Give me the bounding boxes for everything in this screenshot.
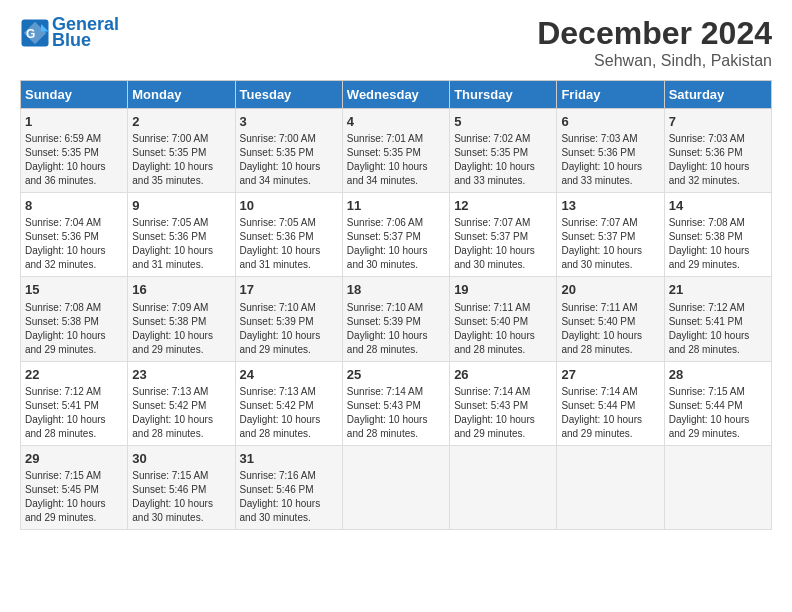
day-info: Daylight: 10 hours [25,497,123,511]
day-info: Sunrise: 7:13 AM [132,385,230,399]
day-number: 21 [669,281,767,299]
day-info: Daylight: 10 hours [240,329,338,343]
day-number: 27 [561,366,659,384]
day-info: Sunrise: 7:12 AM [25,385,123,399]
day-info: Daylight: 10 hours [240,160,338,174]
day-info: and 30 minutes. [240,511,338,525]
day-info: Sunrise: 7:14 AM [454,385,552,399]
day-info: Sunset: 5:42 PM [132,399,230,413]
day-info: Sunset: 5:43 PM [347,399,445,413]
logo-icon: G [20,18,50,48]
calendar-week-1: 1Sunrise: 6:59 AMSunset: 5:35 PMDaylight… [21,109,772,193]
day-info: Sunrise: 7:01 AM [347,132,445,146]
calendar-cell: 30Sunrise: 7:15 AMSunset: 5:46 PMDayligh… [128,445,235,529]
day-info: and 28 minutes. [454,343,552,357]
day-info: Sunset: 5:36 PM [25,230,123,244]
day-info: and 31 minutes. [240,258,338,272]
day-info: and 29 minutes. [454,427,552,441]
day-info: Daylight: 10 hours [25,413,123,427]
day-info: Sunset: 5:44 PM [561,399,659,413]
day-info: Sunset: 5:37 PM [347,230,445,244]
day-number: 23 [132,366,230,384]
day-info: Sunset: 5:38 PM [132,315,230,329]
day-info: and 29 minutes. [669,258,767,272]
day-info: Sunrise: 7:06 AM [347,216,445,230]
day-info: Sunrise: 7:15 AM [669,385,767,399]
day-info: Sunset: 5:41 PM [25,399,123,413]
day-info: Sunrise: 7:11 AM [561,301,659,315]
day-number: 29 [25,450,123,468]
day-info: Sunset: 5:36 PM [132,230,230,244]
calendar-cell: 28Sunrise: 7:15 AMSunset: 5:44 PMDayligh… [664,361,771,445]
day-info: and 32 minutes. [25,258,123,272]
col-header-wednesday: Wednesday [342,81,449,109]
col-header-sunday: Sunday [21,81,128,109]
day-number: 28 [669,366,767,384]
calendar-cell: 13Sunrise: 7:07 AMSunset: 5:37 PMDayligh… [557,193,664,277]
day-info: Sunset: 5:40 PM [454,315,552,329]
calendar-cell: 20Sunrise: 7:11 AMSunset: 5:40 PMDayligh… [557,277,664,361]
day-info: and 29 minutes. [132,343,230,357]
calendar-cell: 1Sunrise: 6:59 AMSunset: 5:35 PMDaylight… [21,109,128,193]
day-info: and 28 minutes. [240,427,338,441]
day-info: and 29 minutes. [669,427,767,441]
calendar-cell: 19Sunrise: 7:11 AMSunset: 5:40 PMDayligh… [450,277,557,361]
day-info: Sunrise: 7:08 AM [669,216,767,230]
day-info: Daylight: 10 hours [454,329,552,343]
day-info: Sunrise: 7:12 AM [669,301,767,315]
day-info: and 33 minutes. [561,174,659,188]
day-number: 1 [25,113,123,131]
calendar-cell: 8Sunrise: 7:04 AMSunset: 5:36 PMDaylight… [21,193,128,277]
day-info: and 29 minutes. [25,511,123,525]
day-info: Daylight: 10 hours [561,413,659,427]
day-info: Sunrise: 7:07 AM [561,216,659,230]
day-info: Sunset: 5:37 PM [454,230,552,244]
day-number: 17 [240,281,338,299]
day-info: Daylight: 10 hours [132,244,230,258]
col-header-monday: Monday [128,81,235,109]
calendar-cell: 17Sunrise: 7:10 AMSunset: 5:39 PMDayligh… [235,277,342,361]
day-info: Sunrise: 6:59 AM [25,132,123,146]
day-info: Sunset: 5:36 PM [669,146,767,160]
calendar-cell: 10Sunrise: 7:05 AMSunset: 5:36 PMDayligh… [235,193,342,277]
day-info: Sunrise: 7:03 AM [669,132,767,146]
title-section: December 2024 Sehwan, Sindh, Pakistan [537,15,772,70]
day-info: Sunrise: 7:08 AM [25,301,123,315]
day-info: Sunrise: 7:00 AM [240,132,338,146]
calendar-table: SundayMondayTuesdayWednesdayThursdayFrid… [20,80,772,530]
calendar-cell: 9Sunrise: 7:05 AMSunset: 5:36 PMDaylight… [128,193,235,277]
day-info: Sunrise: 7:11 AM [454,301,552,315]
day-info: Sunset: 5:38 PM [669,230,767,244]
calendar-cell [664,445,771,529]
day-info: and 28 minutes. [25,427,123,441]
col-header-thursday: Thursday [450,81,557,109]
day-number: 22 [25,366,123,384]
day-info: Daylight: 10 hours [240,413,338,427]
day-info: Sunrise: 7:05 AM [132,216,230,230]
col-header-saturday: Saturday [664,81,771,109]
calendar-cell: 23Sunrise: 7:13 AMSunset: 5:42 PMDayligh… [128,361,235,445]
day-info: and 28 minutes. [347,427,445,441]
day-info: Sunset: 5:40 PM [561,315,659,329]
day-info: Sunset: 5:37 PM [561,230,659,244]
calendar-cell: 25Sunrise: 7:14 AMSunset: 5:43 PMDayligh… [342,361,449,445]
calendar-week-2: 8Sunrise: 7:04 AMSunset: 5:36 PMDaylight… [21,193,772,277]
day-number: 4 [347,113,445,131]
day-info: Sunset: 5:45 PM [25,483,123,497]
main-title: December 2024 [537,15,772,52]
logo-text: General Blue [52,15,119,51]
day-number: 30 [132,450,230,468]
day-number: 20 [561,281,659,299]
day-info: and 29 minutes. [561,427,659,441]
header-row: SundayMondayTuesdayWednesdayThursdayFrid… [21,81,772,109]
calendar-week-5: 29Sunrise: 7:15 AMSunset: 5:45 PMDayligh… [21,445,772,529]
day-info: Daylight: 10 hours [669,413,767,427]
day-info: and 30 minutes. [454,258,552,272]
day-number: 12 [454,197,552,215]
day-info: and 35 minutes. [132,174,230,188]
day-number: 6 [561,113,659,131]
day-info: Daylight: 10 hours [454,413,552,427]
day-info: Sunset: 5:35 PM [347,146,445,160]
day-info: Daylight: 10 hours [132,329,230,343]
subtitle: Sehwan, Sindh, Pakistan [537,52,772,70]
